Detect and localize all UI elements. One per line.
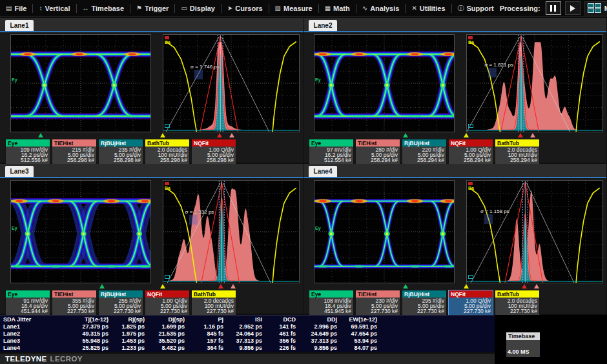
mosaic-grid-icon bbox=[588, 3, 601, 13]
descriptor-value: 258.294 k# bbox=[497, 157, 537, 163]
descriptor-values: 220 #/div5.00 ps/div258.294 k# bbox=[402, 147, 446, 164]
descriptor-label: Eye bbox=[6, 290, 50, 298]
descriptor-values: 355 #/div5.00 ps/div227.730 k# bbox=[52, 298, 96, 315]
analysis-icon: ∿ bbox=[362, 5, 367, 12]
descriptor-value: 258.294 k# bbox=[404, 157, 444, 163]
descriptor-values: 255 #/div5.00 ps/div227.730 k# bbox=[99, 298, 143, 315]
pause-button[interactable] bbox=[546, 1, 561, 15]
menu-item-trigger[interactable]: ⚑Trigger bbox=[130, 0, 174, 16]
descriptor-tiehist-lane2[interactable]: TIEHist280 #/div5.00 ps/div258.294 k# bbox=[355, 139, 400, 165]
bathtub-trace-label: Ba bbox=[165, 40, 170, 45]
lane-tab-lane3[interactable]: Lane3 bbox=[5, 166, 34, 177]
descriptor-label: RjBUjHist bbox=[99, 290, 143, 298]
menu-item-support[interactable]: ⓘSupport bbox=[452, 0, 500, 16]
descriptor-values: 1.00 Q/div5.00 ps/div227.730 k# bbox=[449, 298, 493, 315]
descriptor-eye-lane1[interactable]: Eye109 mV/div16.2 ps/div512.556 k# bbox=[5, 139, 50, 165]
descriptor-label: Eye bbox=[6, 139, 50, 147]
jitter-histogram-plot[interactable]: Ba σ = 1.746 ps bbox=[163, 34, 300, 132]
descriptor-label: NQFit bbox=[145, 290, 189, 298]
descriptor-eye-lane3[interactable]: Eye91 mV/div18.4 ps/div451.944 k# bbox=[5, 290, 50, 316]
display-icon: ▭ bbox=[181, 5, 187, 12]
descriptor-rjbujhist-lane1[interactable]: RjBUjHist235 #/div5.00 ps/div258.298 k# bbox=[98, 139, 143, 165]
descriptor-nqfit-lane3[interactable]: NQFit1.00 Q/div5.00 ps/div227.730 k# bbox=[145, 290, 190, 316]
jitter-value: 55.948 ps bbox=[68, 338, 110, 345]
descriptor-nqfit-lane4[interactable]: NQFit1.00 Q/div5.00 ps/div227.730 k# bbox=[448, 290, 493, 316]
timebase-descriptor-box[interactable]: Timebase 5.00 4.00 MS 8 bbox=[506, 332, 540, 357]
jitter-value: 1.233 ps bbox=[110, 345, 146, 352]
descriptor-label: TIEHist bbox=[52, 290, 96, 298]
jitter-value: 9.856 ps bbox=[225, 345, 263, 352]
descriptor-values: 1.00 Q/div5.00 ps/div227.730 k# bbox=[145, 298, 189, 315]
descriptor-value: 258.298 k# bbox=[147, 157, 187, 163]
trigger-marker bbox=[217, 133, 222, 137]
jitter-value: 2.996 ps bbox=[297, 323, 338, 330]
lane-tab-lane4[interactable]: Lane4 bbox=[309, 166, 337, 177]
jitter-col-header: SDA Jitter bbox=[0, 316, 68, 323]
descriptor-rjbujhist-lane2[interactable]: RjBUjHist220 #/div5.00 ps/div258.294 k# bbox=[402, 139, 447, 165]
menu-item-cursors[interactable]: ➤Cursors bbox=[221, 0, 269, 16]
descriptor-tiehist-lane4[interactable]: TIEHist230 #/div5.00 ps/div227.730 k# bbox=[355, 290, 400, 316]
lane-plots: Ey Ba σ = 1.746 ps bbox=[0, 32, 303, 133]
descriptor-tiehist-lane1[interactable]: TIEHist215 #/div5.00 ps/div258.298 k# bbox=[52, 139, 97, 165]
rj-trace-marker bbox=[165, 275, 170, 279]
jitter-value: 356 fs bbox=[263, 338, 297, 345]
play-button[interactable] bbox=[565, 1, 581, 15]
eye-diagram-graphic bbox=[11, 35, 150, 132]
jitter-value: 53.94 ps bbox=[338, 338, 378, 345]
mosaic-display-button[interactable]: Mosaic bbox=[584, 1, 607, 15]
jitter-histogram-plot[interactable]: Ba σ = 1.821 ps bbox=[466, 34, 603, 132]
descriptor-bathtub-lane2[interactable]: BathTub2.0 decades100 mUI/div258.294 k# bbox=[495, 139, 540, 165]
eye-diagram-plot[interactable]: Ey bbox=[10, 34, 151, 132]
descriptor-rjbujhist-lane4[interactable]: RjBUjHist295 #/div5.00 ps/div227.730 k# bbox=[402, 290, 447, 316]
brand-lecroy: LECROY bbox=[50, 355, 83, 363]
jitter-row-lane2: Lane249.315 ps1.975 ps21.535 ps845 fs24.… bbox=[0, 330, 495, 338]
lane-tab-row: Lane4 bbox=[304, 164, 606, 178]
jitter-value: 9.856 ps bbox=[297, 345, 338, 352]
descriptor-values: 2.0 decades100 mUI/div258.298 k# bbox=[145, 147, 189, 164]
bottom-right-panel: Timebase 5.00 4.00 MS 8 bbox=[495, 315, 607, 364]
timebase-memory: 4.00 MS bbox=[508, 348, 530, 356]
menu-item-analysis[interactable]: ∿Analysis bbox=[356, 0, 406, 16]
oscilloscope-screen: ▤File↕Vertical↔Timebase⚑Trigger▭Display➤… bbox=[0, 0, 607, 364]
timebase-scale: 5.00 bbox=[506, 340, 540, 348]
menu-item-utilities[interactable]: ✕Utilities bbox=[406, 0, 451, 16]
eye-diagram-plot[interactable]: Ey bbox=[314, 34, 455, 132]
descriptor-bathtub-lane1[interactable]: BathTub2.0 decades100 mUI/div258.298 k# bbox=[145, 139, 190, 165]
descriptor-nqfit-lane1[interactable]: NQFit1.00 Q/div5.00 ps/div258.298 k# bbox=[191, 139, 236, 165]
trigger-marker-row bbox=[0, 284, 303, 289]
descriptor-values: 280 #/div5.00 ps/div258.294 k# bbox=[356, 147, 400, 164]
jitter-row-lane4: Lane425.825 ps1.233 ps8.482 ps364 fs9.85… bbox=[0, 345, 495, 352]
lane-tab-lane1[interactable]: Lane1 bbox=[5, 20, 34, 31]
menu-item-measure[interactable]: ▥Measure bbox=[269, 0, 318, 16]
jitter-value: 47.654 ps bbox=[338, 330, 378, 338]
nqfit-edge-marker bbox=[468, 182, 473, 185]
jitter-row-label: Lane3 bbox=[0, 338, 68, 345]
eye-trace-label: Ey bbox=[12, 77, 17, 82]
descriptor-values: 1.00 Q/div5.00 ps/div258.298 k# bbox=[192, 147, 236, 164]
descriptor-eye-lane2[interactable]: Eye97 mV/div16.2 ps/div512.554 k# bbox=[309, 139, 354, 165]
descriptor-nqfit-lane2[interactable]: NQFit1.00 Q/div5.00 ps/div258.294 k# bbox=[448, 139, 493, 165]
descriptor-rjbujhist-lane3[interactable]: RjBUjHist255 #/div5.00 ps/div227.730 k# bbox=[98, 290, 143, 316]
descriptor-values: 97 mV/div16.2 ps/div512.554 k# bbox=[309, 147, 353, 164]
jitter-histogram-plot[interactable]: Ba σ = 1.158 ps bbox=[466, 180, 603, 283]
descriptor-bathtub-lane3[interactable]: BathTub2.0 decades100 mUI/div227.730 k# bbox=[191, 290, 236, 316]
menu-item-timebase[interactable]: ↔Timebase bbox=[77, 0, 130, 16]
descriptor-eye-lane4[interactable]: Eye108 mV/div18.4 ps/div451.945 k# bbox=[309, 290, 354, 316]
menu-item-display[interactable]: ▭Display bbox=[175, 0, 221, 16]
descriptor-values: 1.00 Q/div5.00 ps/div258.294 k# bbox=[449, 147, 493, 164]
lane-tab-lane2[interactable]: Lane2 bbox=[309, 20, 337, 31]
menu-item-vertical[interactable]: ↕Vertical bbox=[33, 0, 76, 16]
menu-item-label: Analysis bbox=[370, 5, 399, 12]
menu-item-math[interactable]: ▦Math bbox=[319, 0, 356, 16]
menu-item-file[interactable]: ▤File bbox=[0, 0, 32, 16]
descriptor-bathtub-lane4[interactable]: BathTub2.0 decades100 mUI/div227.730 k# bbox=[495, 290, 540, 316]
sigma-annotation: σ = 1.746 ps bbox=[190, 64, 220, 70]
eye-diagram-plot[interactable]: Ey bbox=[314, 180, 455, 283]
jitter-histogram-plot[interactable]: Ba σ = 1.332 ps bbox=[163, 180, 300, 283]
descriptor-value: 451.945 k# bbox=[311, 308, 351, 314]
eye-diagram-plot[interactable]: Ey bbox=[10, 180, 151, 283]
lane-tab-row: Lane2 bbox=[304, 18, 606, 32]
jitter-value: 27.379 ps bbox=[68, 323, 110, 330]
descriptor-tiehist-lane3[interactable]: TIEHist355 #/div5.00 ps/div227.730 k# bbox=[52, 290, 97, 316]
lane-plots: Ey Ba σ = 1.821 ps bbox=[304, 32, 606, 133]
